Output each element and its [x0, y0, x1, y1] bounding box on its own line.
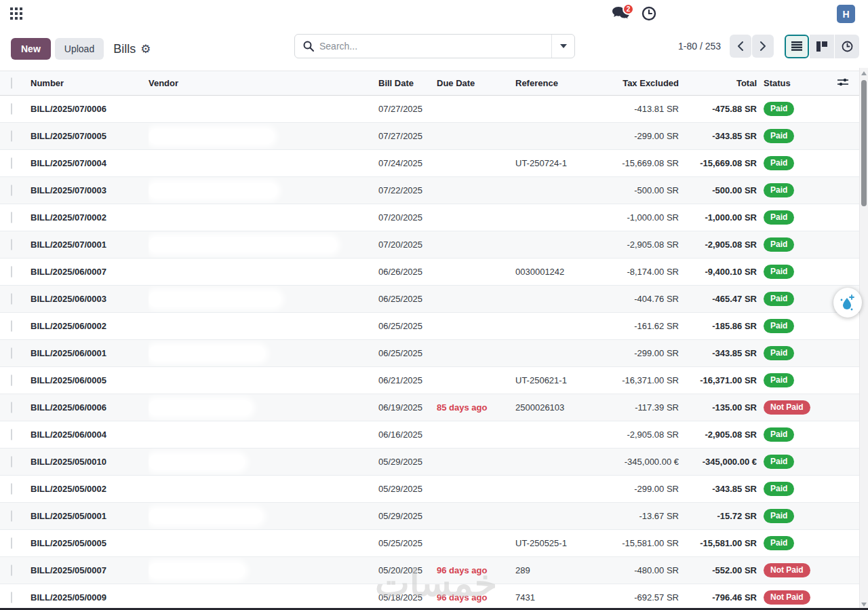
- reference: [515, 123, 616, 150]
- table-row[interactable]: BILL/2025/05/0007 05/20/2025 96 days ago…: [0, 557, 860, 584]
- row-checkbox[interactable]: [11, 185, 12, 196]
- status-badge: Not Paid: [764, 590, 810, 604]
- tax-excluded: -15,669.08 SR: [616, 150, 680, 177]
- translate-extension-button[interactable]: [833, 288, 862, 318]
- reference: [515, 503, 616, 530]
- row-checkbox[interactable]: [11, 157, 12, 169]
- kanban-view-button[interactable]: [810, 35, 834, 58]
- table-row[interactable]: BILL/2025/06/0001 06/25/2025 -299.00 SR …: [0, 340, 860, 367]
- table-row[interactable]: BILL/2025/07/0006 07/27/2025 -413.81 SR …: [0, 96, 860, 123]
- messages-icon[interactable]: 2: [612, 5, 632, 23]
- row-checkbox[interactable]: [11, 456, 12, 468]
- bill-date: 05/25/2025: [378, 530, 437, 557]
- table-row[interactable]: BILL/2025/07/0004 07/24/2025 UT-250724-1…: [0, 150, 860, 177]
- row-checkbox[interactable]: [11, 510, 12, 522]
- status-badge: Paid: [764, 536, 794, 550]
- column-header-number[interactable]: Number: [31, 71, 149, 96]
- tax-excluded: -692.57 SR: [616, 584, 680, 610]
- table-row[interactable]: BILL/2025/06/0006 06/19/2025 85 days ago…: [0, 394, 860, 421]
- activity-view-button[interactable]: [835, 35, 859, 58]
- status-badge: Not Paid: [764, 400, 810, 414]
- tax-excluded: -404.76 SR: [616, 286, 680, 313]
- column-header-tax-excluded[interactable]: Tax Excluded: [616, 71, 680, 96]
- row-checkbox[interactable]: [11, 266, 12, 278]
- table-row[interactable]: BILL/2025/05/0005 05/25/2025 UT-250525-1…: [0, 530, 860, 557]
- row-checkbox[interactable]: [11, 402, 12, 413]
- vendor-cell: [149, 150, 378, 177]
- vendor-cell: [149, 584, 378, 610]
- due-date: [437, 150, 515, 177]
- status-badge: Paid: [764, 183, 794, 197]
- row-checkbox[interactable]: [11, 103, 12, 115]
- status-badge: Paid: [764, 427, 794, 441]
- column-header-due-date[interactable]: Due Date: [437, 71, 515, 96]
- row-checkbox[interactable]: [11, 483, 12, 495]
- table-row[interactable]: BILL/2025/06/0003 06/25/2025 -404.76 SR …: [0, 286, 860, 313]
- adjust-columns-icon[interactable]: [837, 79, 848, 89]
- table-row[interactable]: BILL/2025/05/0009 05/18/2025 96 days ago…: [0, 584, 860, 610]
- upload-button[interactable]: Upload: [55, 38, 104, 60]
- list-view-button[interactable]: [785, 35, 809, 58]
- column-header-bill-date[interactable]: Bill Date: [378, 71, 437, 96]
- search-input[interactable]: [319, 41, 551, 52]
- table-row[interactable]: BILL/2025/07/0001 07/20/2025 -2,905.08 S…: [0, 231, 860, 259]
- total: -135.00 SR: [680, 394, 758, 421]
- bill-number: BILL/2025/06/0004: [31, 421, 149, 449]
- row-checkbox[interactable]: [11, 239, 12, 250]
- vendor-cell: [149, 503, 378, 530]
- row-checkbox[interactable]: [11, 130, 12, 142]
- due-date: 96 days ago: [437, 557, 515, 584]
- table-row[interactable]: BILL/2025/07/0002 07/20/2025 -1,000.00 S…: [0, 204, 860, 231]
- scroll-up-arrow[interactable]: [861, 71, 867, 75]
- bill-date: 05/18/2025: [378, 584, 437, 610]
- table-row[interactable]: BILL/2025/06/0005 06/21/2025 UT-250621-1…: [0, 367, 860, 394]
- search-options-toggle[interactable]: [551, 35, 574, 58]
- reference: 0030001242: [515, 259, 616, 286]
- vendor-cell: [149, 313, 378, 340]
- gear-icon[interactable]: ⚙: [140, 43, 151, 55]
- bill-number: BILL/2025/06/0001: [31, 340, 149, 367]
- column-header-vendor[interactable]: Vendor: [149, 71, 378, 96]
- row-checkbox[interactable]: [11, 320, 12, 332]
- row-checkbox[interactable]: [11, 592, 12, 603]
- table-row[interactable]: BILL/2025/05/0001 05/29/2025 -13.67 SR -…: [0, 503, 860, 530]
- row-checkbox[interactable]: [11, 347, 12, 359]
- bill-number: BILL/2025/06/0003: [31, 286, 149, 313]
- apps-menu-icon[interactable]: [10, 7, 22, 20]
- row-checkbox[interactable]: [11, 212, 12, 223]
- row-checkbox[interactable]: [11, 565, 12, 576]
- status-badge: Paid: [764, 346, 794, 360]
- new-button[interactable]: New: [11, 38, 51, 60]
- avatar[interactable]: H: [837, 5, 855, 23]
- table-row[interactable]: BILL/2025/06/0007 06/26/2025 0030001242 …: [0, 259, 860, 286]
- column-header-reference[interactable]: Reference: [515, 71, 616, 96]
- table-row[interactable]: BILL/2025/07/0003 07/22/2025 -500.00 SR …: [0, 177, 860, 204]
- tax-excluded: -299.00 SR: [616, 123, 680, 150]
- vendor-cell: [149, 476, 378, 503]
- select-all-checkbox[interactable]: [11, 77, 12, 89]
- table-row[interactable]: BILL/2025/05/0002 05/29/2025 -299.00 SR …: [0, 476, 860, 503]
- row-checkbox[interactable]: [11, 375, 12, 386]
- column-header-total[interactable]: Total: [680, 71, 758, 96]
- pager-next-button[interactable]: [752, 35, 774, 58]
- table-row[interactable]: BILL/2025/07/0005 07/27/2025 -299.00 SR …: [0, 123, 860, 150]
- table-row[interactable]: BILL/2025/05/0010 05/29/2025 -345,000.00…: [0, 449, 860, 476]
- vertical-scrollbar[interactable]: [859, 68, 868, 610]
- column-header-status[interactable]: Status: [758, 71, 826, 96]
- row-checkbox[interactable]: [11, 293, 12, 305]
- total: -475.88 SR: [680, 96, 758, 123]
- table-row[interactable]: BILL/2025/06/0002 06/25/2025 -161.62 SR …: [0, 313, 860, 340]
- scrollbar-thumb[interactable]: [861, 80, 867, 206]
- status-badge: Paid: [764, 373, 794, 387]
- total: -465.47 SR: [680, 286, 758, 313]
- total: -16,371.00 SR: [680, 367, 758, 394]
- pager-prev-button[interactable]: [730, 35, 751, 58]
- scroll-down-arrow[interactable]: [861, 603, 867, 607]
- bill-number: BILL/2025/07/0004: [31, 150, 149, 177]
- row-checkbox[interactable]: [11, 537, 12, 549]
- table-row[interactable]: BILL/2025/06/0004 06/16/2025 -2,905.08 S…: [0, 421, 860, 449]
- activities-clock-icon[interactable]: [642, 6, 656, 21]
- vendor-redaction: [149, 183, 277, 198]
- reference: [515, 313, 616, 340]
- row-checkbox[interactable]: [11, 429, 12, 440]
